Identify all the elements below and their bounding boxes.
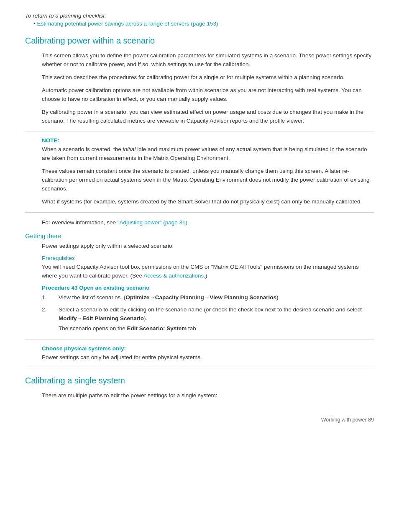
step-1: View the list of scenarios. (Optimize→Ca… — [50, 293, 374, 302]
step1-prefix: View the list of scenarios. ( — [59, 294, 125, 301]
note-para2: These values remain constant once the sc… — [42, 167, 374, 193]
note-para1-prefix: When a scenario is created, the — [42, 146, 123, 152]
step1-text: View the list of scenarios. (Optimize→Ca… — [59, 294, 278, 301]
page-container: To return to a planning checklist: Estim… — [0, 0, 399, 439]
overview-text: For overview information, see "Adjusting… — [42, 218, 374, 227]
overview-suffix: . — [187, 219, 189, 226]
getting-there-body: Power settings apply only within a selec… — [42, 242, 374, 251]
step2-suffix: ). — [144, 315, 147, 321]
calibrating-single-heading: Calibrating a single system — [25, 374, 374, 386]
divider-3 — [25, 339, 374, 339]
prereq-suffix: .) — [204, 272, 207, 279]
numbered-list: View the list of scenarios. (Optimize→Ca… — [50, 293, 374, 334]
bullet-list: Estimating potential power savings acros… — [33, 21, 374, 27]
step2-prefix: Select a scenario to edit by clicking on… — [59, 306, 362, 313]
prerequisites-heading: Prerequisites — [42, 255, 374, 261]
estimating-link[interactable]: Estimating potential power savings acros… — [37, 21, 218, 27]
bullet-item: Estimating potential power savings acros… — [33, 21, 374, 27]
step1-bold: Optimize→Capacity Planning→View Planning… — [125, 294, 276, 301]
page-footer: Working with power 89 — [25, 417, 374, 423]
calibrating-scenario-heading: Calibrating power within a scenario — [25, 34, 374, 46]
getting-there-heading: Getting there — [25, 232, 374, 239]
step2-text: Select a scenario to edit by clicking on… — [59, 306, 374, 334]
adjusting-power-link[interactable]: "Adjusting power" (page 31) — [118, 219, 187, 226]
calibrating-single-body: There are multiple paths to edit the pow… — [42, 391, 374, 400]
calibrating-para1: This screen allows you to define the pow… — [42, 51, 374, 69]
step1-suffix: ) — [276, 294, 279, 301]
overview-prefix: For overview information, see — [42, 219, 118, 226]
divider-1 — [25, 131, 374, 131]
divider-4 — [25, 368, 374, 368]
procedure-heading: Procedure 43 Open an existing scenario — [42, 285, 374, 291]
step2-sub-note: The scenario opens on the Edit Scenario:… — [59, 324, 374, 333]
choose-physical-heading: Choose physical systems only: — [42, 345, 374, 352]
step-2: Select a scenario to edit by clicking on… — [50, 306, 374, 334]
note-para3: What-if systems (for example, systems cr… — [42, 198, 374, 206]
note-para1-italic: initial — [123, 146, 136, 152]
step2-bold: Modify→Edit Planning Scenario — [59, 315, 144, 321]
calibrating-para4: By calibrating power in a scenario, you … — [42, 108, 374, 126]
prerequisites-text: You will need Capacity Advisor tool box … — [42, 263, 374, 280]
note-block: NOTE: When a scenario is created, the in… — [42, 137, 374, 206]
access-auth-link[interactable]: Access & authorizations — [143, 272, 204, 279]
divider-2 — [25, 212, 374, 213]
intro-italic: To return to a planning checklist: — [25, 13, 374, 19]
calibrating-para2: This section describes the procedures fo… — [42, 73, 374, 82]
note-para1: When a scenario is created, the initial … — [42, 145, 374, 163]
choose-physical-body: Power settings can only be adjusted for … — [42, 353, 374, 362]
calibrating-para3: Automatic power calibration options are … — [42, 86, 374, 104]
note-label: NOTE: — [42, 137, 59, 144]
step2-sub-bold: Edit Scenario: System — [127, 325, 187, 332]
